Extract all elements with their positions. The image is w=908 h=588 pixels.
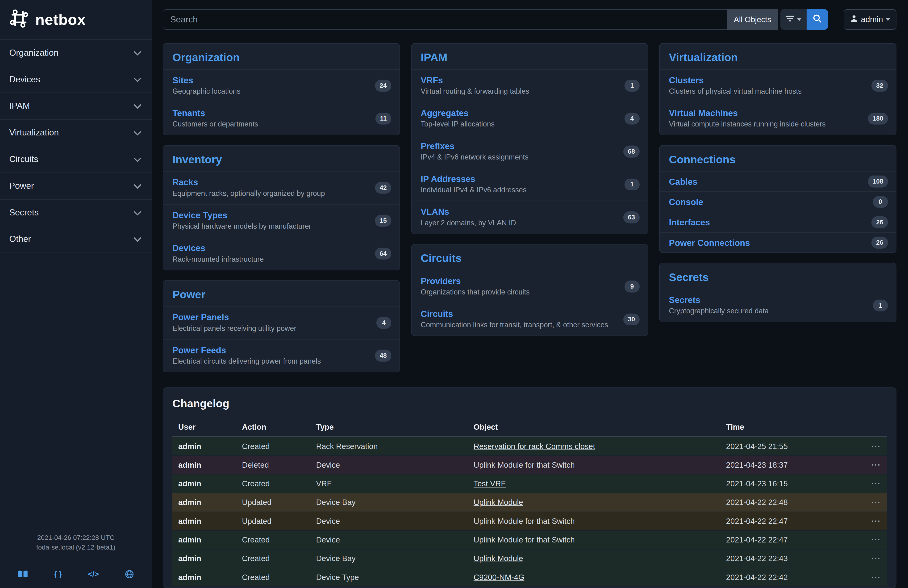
power-feeds-link[interactable]: Power Feeds xyxy=(172,345,226,355)
sidebar-item-secrets[interactable]: Secrets xyxy=(0,199,151,226)
sidebar-item-virtualization[interactable]: Virtualization xyxy=(0,119,151,146)
circuits-link[interactable]: Circuits xyxy=(421,309,453,319)
card-item-device-types: Device Types Physical hardware models by… xyxy=(163,204,399,237)
row-actions-ellipsis-icon[interactable]: ··· xyxy=(853,437,887,456)
interfaces-link[interactable]: Interfaces xyxy=(669,217,710,227)
rest-api-braces-icon[interactable]: { } xyxy=(54,570,62,578)
row-actions-ellipsis-icon[interactable]: ··· xyxy=(853,474,887,493)
server-meta: 2021-04-26 07:22:28 UTC foda-se.local (v… xyxy=(0,533,151,552)
object-link[interactable]: Uplink Module xyxy=(473,554,523,563)
changelog-row: admin Created Device Type C9200-NM-4G 20… xyxy=(172,568,887,586)
card-secrets: Secrets Secrets Cryptographically secure… xyxy=(659,263,897,322)
search-icon xyxy=(813,14,822,25)
sidebar-item-other[interactable]: Other xyxy=(0,226,151,253)
cell-action: Created xyxy=(236,568,310,586)
count-badge: 9 xyxy=(625,280,640,293)
dashboard-columns: Organization Sites Geographic locations … xyxy=(163,43,897,372)
count-badge: 1 xyxy=(873,300,888,311)
count-badge: 26 xyxy=(871,216,888,229)
item-description: Physical hardware models by manufacturer xyxy=(172,222,359,230)
cell-action: Created xyxy=(236,549,310,568)
topbar: All Objects admin xyxy=(163,9,897,30)
netbox-logo[interactable]: netbox xyxy=(0,0,151,39)
sidebar-item-label: Organization xyxy=(9,48,58,58)
vrfs-link[interactable]: VRFs xyxy=(421,76,443,85)
chevron-down-icon xyxy=(797,18,802,21)
community-globe-icon[interactable] xyxy=(125,570,134,579)
sidebar-item-ipam[interactable]: IPAM xyxy=(0,92,151,119)
changelog-row: admin Updated Device Bay Uplink Module 2… xyxy=(172,493,887,512)
row-actions-ellipsis-icon[interactable]: ··· xyxy=(853,512,887,530)
sidebar-item-power[interactable]: Power xyxy=(0,172,151,199)
cell-user: admin xyxy=(172,549,236,568)
power-panels-link[interactable]: Power Panels xyxy=(172,313,229,322)
prefixes-link[interactable]: Prefixes xyxy=(421,141,454,151)
search-scope-button[interactable]: All Objects xyxy=(727,9,778,30)
object-link[interactable]: C9200-NM-4G xyxy=(473,573,524,582)
col-header-object: Object xyxy=(468,418,720,437)
secrets-link[interactable]: Secrets xyxy=(669,295,700,305)
count-badge: 1 xyxy=(625,80,640,92)
sidebar-item-circuits[interactable]: Circuits xyxy=(0,146,151,172)
sidebar-item-label: Circuits xyxy=(9,154,38,164)
card-title: IPAM xyxy=(412,43,648,69)
chevron-down-icon xyxy=(886,18,890,21)
cell-object: Test VRF xyxy=(468,474,720,493)
card-item-aggregates: Aggregates Top-level IP allocations 4 xyxy=(412,102,648,135)
item-description: Organizations that provide circuits xyxy=(421,288,607,296)
object-link[interactable]: Uplink Module xyxy=(473,498,523,507)
sidebar-item-devices[interactable]: Devices xyxy=(0,66,151,92)
cables-link[interactable]: Cables xyxy=(669,177,697,187)
row-actions-ellipsis-icon[interactable]: ··· xyxy=(853,549,887,568)
vlans-link[interactable]: VLANs xyxy=(421,207,449,217)
column-2: IPAM VRFs Virtual routing & forwarding t… xyxy=(411,43,648,336)
item-description: Individual IPv4 & IPv6 addresses xyxy=(421,186,607,194)
aggregates-link[interactable]: Aggregates xyxy=(421,108,468,118)
sites-link[interactable]: Sites xyxy=(172,76,193,85)
card-item-devices: Devices Rack-mounted infrastructure 64 xyxy=(163,237,399,270)
ip-addresses-link[interactable]: IP Addresses xyxy=(421,174,475,184)
card-item-secrets: Secrets Cryptographically secured data 1 xyxy=(660,289,896,322)
row-actions-ellipsis-icon[interactable]: ··· xyxy=(853,456,887,474)
console-link[interactable]: Console xyxy=(669,197,703,207)
count-badge: 48 xyxy=(375,350,391,362)
virtual-machines-link[interactable]: Virtual Machines xyxy=(669,108,738,118)
cell-time: 2021-04-23 16:15 xyxy=(720,474,853,493)
row-actions-ellipsis-icon[interactable]: ··· xyxy=(853,493,887,512)
item-description: Virtual compute instances running inside… xyxy=(669,120,855,128)
cell-time: 2021-04-22 22:48 xyxy=(720,493,853,512)
count-badge: 64 xyxy=(375,248,391,259)
sidebar-item-organization[interactable]: Organization xyxy=(0,39,151,66)
racks-link[interactable]: Racks xyxy=(172,177,198,187)
card-item-vrfs: VRFs Virtual routing & forwarding tables… xyxy=(412,69,648,102)
row-actions-ellipsis-icon[interactable]: ··· xyxy=(853,530,887,549)
object-link[interactable]: Test VRF xyxy=(473,479,506,488)
row-actions-ellipsis-icon[interactable]: ··· xyxy=(853,568,887,586)
search-submit-button[interactable] xyxy=(807,9,828,30)
changelog-card: Changelog User Action Type Object Time a… xyxy=(163,387,897,588)
cell-time: 2021-04-22 22:42 xyxy=(720,568,853,586)
tenants-link[interactable]: Tenants xyxy=(172,108,205,118)
item-description: Electrical panels receiving utility powe… xyxy=(172,324,359,333)
search-input[interactable] xyxy=(163,9,727,30)
source-code-icon[interactable]: </> xyxy=(88,570,99,578)
search-filter-dropdown[interactable] xyxy=(781,9,807,30)
card-item-ip-addresses: IP Addresses Individual IPv4 & IPv6 addr… xyxy=(412,168,648,201)
docs-book-icon[interactable] xyxy=(18,570,28,578)
providers-link[interactable]: Providers xyxy=(421,276,461,286)
object-link[interactable]: Reservation for rack Comms closet xyxy=(473,442,595,451)
sidebar: netbox Organization Devices IPAM Virtual… xyxy=(0,0,151,588)
server-host-version: foda-se.local (v2.12-beta1) xyxy=(0,543,151,552)
cell-user: admin xyxy=(172,437,236,456)
card-item-power-feeds: Power Feeds Electrical circuits deliveri… xyxy=(163,339,399,372)
devices-link[interactable]: Devices xyxy=(172,243,205,253)
power-connections-link[interactable]: Power Connections xyxy=(669,238,750,248)
user-menu-button[interactable]: admin xyxy=(844,9,897,30)
clusters-link[interactable]: Clusters xyxy=(669,76,704,85)
col-header-actions xyxy=(853,418,887,437)
count-badge: 4 xyxy=(625,113,640,125)
device-types-link[interactable]: Device Types xyxy=(172,211,227,220)
cell-time: 2021-04-23 18:37 xyxy=(720,456,853,474)
card-item-virtual-machines: Virtual Machines Virtual compute instanc… xyxy=(660,102,896,135)
card-virtualization: Virtualization Clusters Clusters of phys… xyxy=(659,43,897,135)
